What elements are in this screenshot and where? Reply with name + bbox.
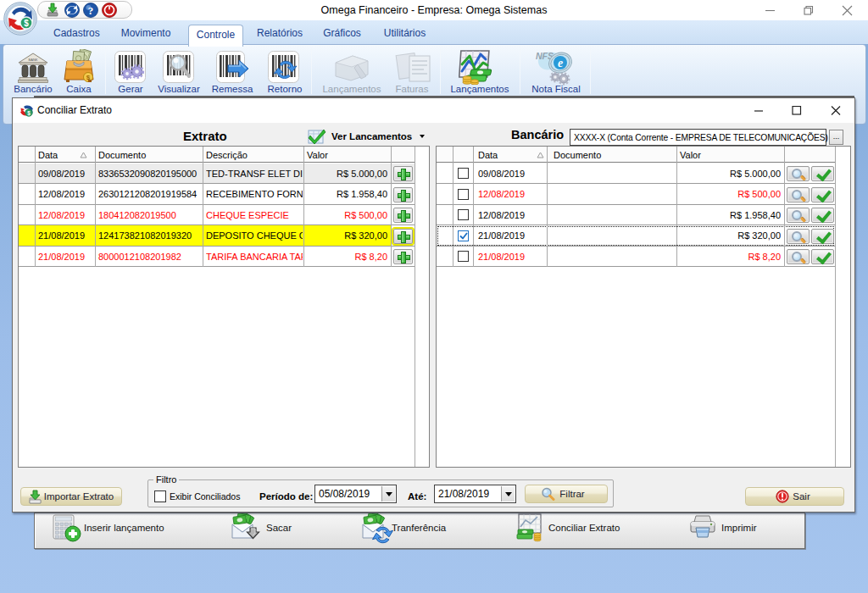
svg-text:$: $: [24, 19, 29, 28]
svg-text:$: $: [27, 110, 31, 117]
svg-text:?: ?: [88, 4, 94, 17]
svg-text:BANK: BANK: [29, 58, 38, 62]
svg-text:e: e: [558, 57, 563, 69]
